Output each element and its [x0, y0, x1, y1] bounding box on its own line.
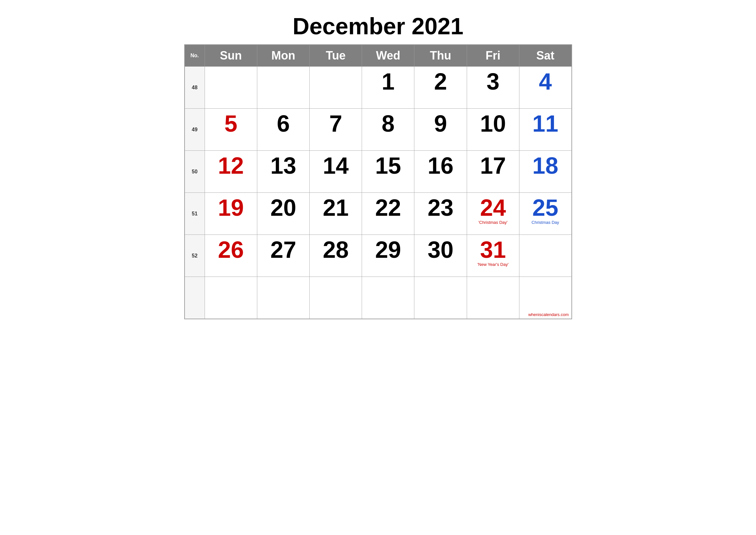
calendar-day	[257, 67, 309, 109]
calendar-day: 2	[414, 67, 467, 109]
calendar-day: 17	[467, 151, 519, 193]
week-number: 48	[185, 67, 205, 109]
calendar-day	[519, 235, 571, 277]
header-wed: Wed	[362, 44, 414, 67]
day-number: 26	[207, 238, 255, 261]
week-row: 5012131415161718	[185, 151, 572, 193]
day-number: 11	[522, 112, 569, 135]
day-number: 8	[364, 112, 412, 135]
calendar-day: 3	[467, 67, 519, 109]
day-number: 22	[364, 196, 412, 219]
week-row: wheniscalendars.com	[185, 277, 572, 319]
calendar-day	[204, 67, 257, 109]
day-number: 24	[470, 196, 517, 219]
calendar-title: December 2021	[184, 7, 572, 44]
day-number: 6	[260, 112, 307, 135]
calendar-day: 5	[204, 109, 257, 151]
holiday-label: 'New Year's Day'	[470, 262, 517, 267]
day-number: 13	[260, 154, 307, 177]
calendar-day: 10	[467, 109, 519, 151]
day-number: 31	[470, 238, 517, 261]
calendar-day: 18	[519, 151, 571, 193]
day-number: 17	[470, 154, 517, 177]
calendar-day	[414, 277, 467, 319]
header-sat: Sat	[519, 44, 571, 67]
calendar-day: 16	[414, 151, 467, 193]
day-number: 23	[417, 196, 464, 219]
calendar-day: wheniscalendars.com	[519, 277, 571, 319]
header-mon: Mon	[257, 44, 309, 67]
day-number: 30	[417, 238, 464, 261]
day-number: 5	[207, 112, 255, 135]
calendar-day: 13	[257, 151, 309, 193]
calendar-day: 31'New Year's Day'	[467, 235, 519, 277]
calendar-day: 14	[310, 151, 362, 193]
calendar-day: 27	[257, 235, 309, 277]
calendar-day: 12	[204, 151, 257, 193]
week-row: 52262728293031'New Year's Day'	[185, 235, 572, 277]
day-number: 9	[417, 112, 464, 135]
week-number: 51	[185, 193, 205, 235]
day-number: 21	[312, 196, 359, 219]
day-number: 25	[522, 196, 569, 219]
calendar-day: 23	[414, 193, 467, 235]
header-thu: Thu	[414, 44, 467, 67]
week-number: 52	[185, 235, 205, 277]
header-no: No.	[185, 44, 205, 67]
calendar-day	[204, 277, 257, 319]
calendar-table: No. Sun Mon Tue Wed Thu Fri Sat 48123449…	[184, 44, 572, 319]
day-number: 3	[470, 70, 517, 93]
day-number: 2	[417, 70, 464, 93]
calendar-container: December 2021 No. Sun Mon Tue Wed Thu Fr…	[184, 7, 572, 319]
calendar-day: 26	[204, 235, 257, 277]
calendar-day: 7	[310, 109, 362, 151]
week-number: 50	[185, 151, 205, 193]
week-row: 481234	[185, 67, 572, 109]
calendar-day	[467, 277, 519, 319]
calendar-day: 25Christmas Day	[519, 193, 571, 235]
day-number: 27	[260, 238, 307, 261]
calendar-day: 15	[362, 151, 414, 193]
calendar-day: 4	[519, 67, 571, 109]
calendar-day	[310, 67, 362, 109]
calendar-day: 19	[204, 193, 257, 235]
day-number: 20	[260, 196, 307, 219]
calendar-day: 29	[362, 235, 414, 277]
header-fri: Fri	[467, 44, 519, 67]
calendar-day: 20	[257, 193, 309, 235]
day-number: 7	[312, 112, 359, 135]
calendar-day: 11	[519, 109, 571, 151]
calendar-day: 6	[257, 109, 309, 151]
day-number: 1	[364, 70, 412, 93]
calendar-day: 30	[414, 235, 467, 277]
week-row: 49567891011	[185, 109, 572, 151]
calendar-day: 28	[310, 235, 362, 277]
calendar-day	[310, 277, 362, 319]
calendar-day: 21	[310, 193, 362, 235]
day-number: 29	[364, 238, 412, 261]
watermark-text: wheniscalendars.com	[528, 312, 569, 317]
header-tue: Tue	[310, 44, 362, 67]
holiday-label: Christmas Day	[522, 220, 569, 225]
day-number: 12	[207, 154, 255, 177]
header-row: No. Sun Mon Tue Wed Thu Fri Sat	[185, 44, 572, 67]
day-number: 28	[312, 238, 359, 261]
day-number: 14	[312, 154, 359, 177]
calendar-day	[362, 277, 414, 319]
day-number: 4	[522, 70, 569, 93]
calendar-day: 22	[362, 193, 414, 235]
day-number: 15	[364, 154, 412, 177]
header-sun: Sun	[204, 44, 257, 67]
day-number: 19	[207, 196, 255, 219]
day-number: 16	[417, 154, 464, 177]
calendar-day: 1	[362, 67, 414, 109]
day-number: 18	[522, 154, 569, 177]
calendar-day: 24'Christmas Day'	[467, 193, 519, 235]
holiday-label: 'Christmas Day'	[470, 220, 517, 225]
day-number: 10	[470, 112, 517, 135]
calendar-day	[257, 277, 309, 319]
week-row: 51192021222324'Christmas Day'25Christmas…	[185, 193, 572, 235]
calendar-day: 9	[414, 109, 467, 151]
week-number	[185, 277, 205, 319]
week-number: 49	[185, 109, 205, 151]
